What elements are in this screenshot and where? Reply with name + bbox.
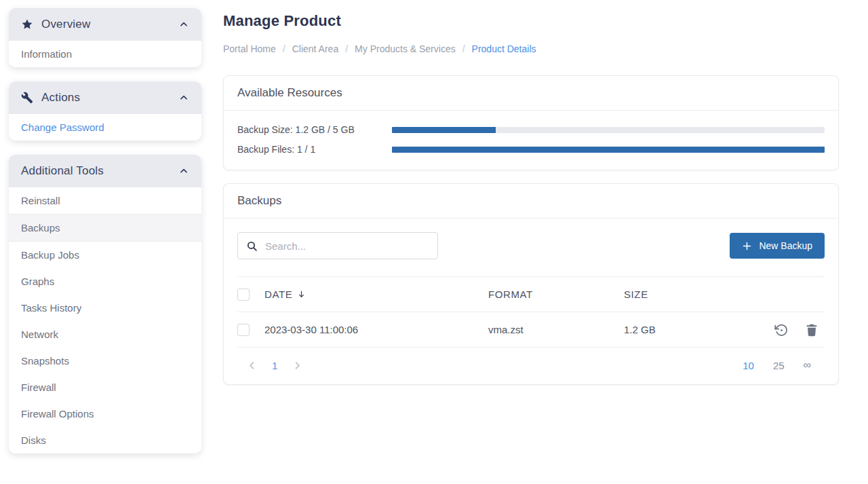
sidebar-group-overview-header[interactable]: Overview xyxy=(9,8,201,41)
breadcrumb-separator: / xyxy=(345,43,348,54)
resource-label: Backup Files: 1 / 1 xyxy=(237,144,392,155)
column-header-size[interactable]: SIZE xyxy=(624,288,760,300)
search-icon xyxy=(246,240,258,252)
sidebar-group-overview: Overview Information xyxy=(9,8,201,67)
column-header-date[interactable]: DATE xyxy=(264,288,488,300)
wrench-icon xyxy=(21,92,33,104)
backups-table: DATE FORMAT SIZE 2023-03-30 11:00:06 xyxy=(237,276,825,348)
sidebar-group-additional-tools: Additional Tools Reinstall Backups Backu… xyxy=(9,155,201,453)
sidebar-group-actions-header[interactable]: Actions xyxy=(9,81,201,114)
previous-page-icon[interactable] xyxy=(247,360,257,371)
new-backup-button[interactable]: New Backup xyxy=(730,233,825,259)
backup-files-progressbar xyxy=(392,147,825,153)
new-backup-label: New Backup xyxy=(759,240,812,251)
backups-toolbar: New Backup xyxy=(237,232,825,259)
main-content: Manage Product Portal Home / Client Area… xyxy=(214,0,868,484)
sidebar-item-network[interactable]: Network xyxy=(9,321,201,348)
sidebar-item-firewall-options[interactable]: Firewall Options xyxy=(9,401,201,427)
table-header-row: DATE FORMAT SIZE xyxy=(237,277,825,312)
backup-files-progress-fill xyxy=(392,147,825,153)
restore-backup-icon[interactable] xyxy=(774,322,789,337)
sidebar-item-information[interactable]: Information xyxy=(9,41,201,67)
available-resources-title: Available Resources xyxy=(224,76,838,111)
sort-desc-icon xyxy=(297,290,306,299)
available-resources-card: Available Resources Backup Size: 1.2 GB … xyxy=(223,75,839,170)
backups-body: New Backup DATE F xyxy=(224,219,838,384)
next-page-icon[interactable] xyxy=(292,360,302,371)
backup-size-progressbar xyxy=(392,127,825,133)
sidebar-item-tasks-history[interactable]: Tasks History xyxy=(9,295,201,321)
breadcrumb-client-area[interactable]: Client Area xyxy=(292,43,338,54)
backup-size-cell: 1.2 GB xyxy=(624,324,760,335)
breadcrumb-my-products[interactable]: My Products & Services xyxy=(355,43,456,54)
breadcrumb-portal-home[interactable]: Portal Home xyxy=(223,43,276,54)
page-size-25[interactable]: 25 xyxy=(773,360,785,371)
sidebar-item-backups[interactable]: Backups xyxy=(9,214,201,242)
resource-row-backup-size: Backup Size: 1.2 GB / 5 GB xyxy=(237,124,825,135)
sidebar-group-actions: Actions Change Password xyxy=(9,81,201,141)
page-size-options: 10 25 ∞ xyxy=(743,359,811,371)
chevron-up-icon xyxy=(178,19,189,30)
row-actions xyxy=(760,322,825,337)
backup-date-cell: 2023-03-30 11:00:06 xyxy=(264,324,488,335)
select-all-checkbox[interactable] xyxy=(237,288,250,301)
row-checkbox[interactable] xyxy=(237,324,250,336)
breadcrumb-separator: / xyxy=(462,43,465,54)
column-label-date: DATE xyxy=(264,288,292,300)
sidebar-item-backup-jobs[interactable]: Backup Jobs xyxy=(9,242,201,268)
backup-size-progress-fill xyxy=(392,127,496,133)
plus-icon xyxy=(742,241,752,251)
page-size-10[interactable]: 10 xyxy=(743,360,754,371)
table-row: 2023-03-30 11:00:06 vma.zst 1.2 GB xyxy=(237,312,825,348)
star-icon xyxy=(21,18,33,31)
sidebar-item-change-password[interactable]: Change Password xyxy=(9,114,201,141)
sidebar-group-additional-tools-header[interactable]: Additional Tools xyxy=(9,155,201,187)
page-title: Manage Product xyxy=(223,12,839,30)
backups-title: Backups xyxy=(224,184,838,219)
resource-row-backup-files: Backup Files: 1 / 1 xyxy=(237,144,825,155)
breadcrumb: Portal Home / Client Area / My Products … xyxy=(223,43,839,54)
column-header-format[interactable]: FORMAT xyxy=(488,288,624,300)
page: Overview Information Actions Change Pass… xyxy=(0,0,868,484)
sidebar-item-snapshots[interactable]: Snapshots xyxy=(9,348,201,374)
sidebar-group-label: Overview xyxy=(41,18,90,31)
chevron-up-icon xyxy=(178,166,189,176)
page-number[interactable]: 1 xyxy=(272,360,277,371)
search-box xyxy=(237,232,438,259)
sidebar-item-reinstall[interactable]: Reinstall xyxy=(9,187,201,214)
pagination-controls: 1 xyxy=(247,360,302,371)
sidebar-group-label: Additional Tools xyxy=(21,164,104,178)
page-size-infinity[interactable]: ∞ xyxy=(804,359,811,371)
search-input[interactable] xyxy=(265,240,429,252)
backups-card: Backups New Backup xyxy=(223,183,839,385)
sidebar: Overview Information Actions Change Pass… xyxy=(0,0,214,484)
sidebar-group-label: Actions xyxy=(41,91,80,105)
header-checkbox-cell xyxy=(237,288,264,301)
breadcrumb-separator: / xyxy=(283,43,285,54)
resource-label: Backup Size: 1.2 GB / 5 GB xyxy=(237,124,392,135)
available-resources-body: Backup Size: 1.2 GB / 5 GB Backup Files:… xyxy=(224,111,838,170)
breadcrumb-product-details: Product Details xyxy=(472,43,536,54)
row-checkbox-cell xyxy=(237,324,264,336)
delete-backup-icon[interactable] xyxy=(804,322,819,337)
pagination: 1 10 25 ∞ xyxy=(237,348,825,384)
backup-format-cell: vma.zst xyxy=(488,324,624,335)
chevron-up-icon xyxy=(178,92,189,103)
sidebar-item-graphs[interactable]: Graphs xyxy=(9,268,201,295)
sidebar-item-firewall[interactable]: Firewall xyxy=(9,374,201,401)
sidebar-item-disks[interactable]: Disks xyxy=(9,427,201,453)
